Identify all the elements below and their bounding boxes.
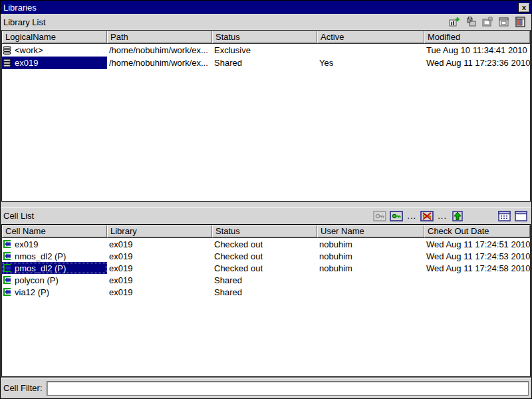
cell-row-name-cell[interactable]: ex019 [2,238,107,250]
checkin-button[interactable] [451,210,464,222]
library-row-name: ex019 [13,58,39,68]
cell-row-library: ex019 [107,287,212,297]
open-library-icon [498,17,510,27]
column-header-active[interactable]: Active [317,31,424,43]
cell-icon [3,275,12,285]
cell-table-body: ex019ex019Checked outnobuhimWed Aug 11 1… [2,238,530,298]
cell-filter-input[interactable] [47,381,529,396]
column-header-modified[interactable]: Modified [424,31,530,43]
library-row-modified: Wed Aug 11 17:23:36 2010 [424,58,530,68]
close-icon: x [522,3,526,11]
column-header-path[interactable]: Path [107,31,212,43]
cell-more-options-button[interactable]: ... [406,211,417,221]
library-row[interactable]: <work>/home/nobuhim/work/ex...ExclusiveT… [2,44,530,57]
close-button[interactable]: x [518,3,530,13]
library-table: LogicalName Path Status Active Modified … [1,30,531,201]
cell-filter-label: Cell Filter: [3,383,43,393]
cell-row-user-name: nobuhim [317,251,424,261]
cell-row[interactable]: via12 (P)ex019Shared [2,286,530,298]
details-view-button[interactable] [497,210,511,222]
cell-row-status: Checked out [212,251,317,261]
cell-row-library: ex019 [107,275,212,285]
libraries-window: Libraries x Library List LogicalName Pat… [0,0,532,399]
new-library-button[interactable] [448,16,461,28]
edit-library-icon [481,17,493,27]
cell-row-library: ex019 [107,251,212,261]
cell-row-name-cell[interactable]: polycon (P) [2,274,107,286]
cell-row-checkout-date: Wed Aug 11 17:24:51 2010 [424,239,530,249]
library-row[interactable]: ex019/home/nobuhim/work/ex...SharedYesWe… [2,57,530,69]
library-properties-button[interactable] [514,16,527,28]
column-header-checkout-date[interactable]: Check Out Date [424,225,530,237]
cell-toolbar: ...... [373,210,527,222]
cell-row-user-name: nobuhim [317,263,424,273]
cell-row-checkout-date: Wed Aug 11 17:24:53 2010 [424,251,530,261]
column-header-logicalname[interactable]: LogicalName [2,31,107,43]
cell-row-user-name: nobuhim [317,239,424,249]
cell-row-name-cell[interactable]: pmos_dl2 (P) [2,262,107,274]
library-icon [3,46,12,55]
column-header-user-name[interactable]: User Name [317,225,424,237]
window-view-button[interactable] [514,210,527,222]
cell-row-name: ex019 [13,239,39,249]
attach-library-button[interactable] [464,16,477,28]
open-library-button[interactable] [497,16,511,28]
window-view-icon [515,211,527,221]
cell-row-name: nmos_dl2 (P) [13,251,67,261]
cancel-checkout-button[interactable] [420,210,434,222]
cell-row-status: Checked out [212,239,317,249]
cell-row-status: Shared [212,275,317,285]
cancel-checkout-icon [420,211,434,221]
cell-icon [3,251,12,261]
checkout-disabled-icon [373,211,386,221]
library-row-name: <work> [13,45,45,55]
titlebar[interactable]: Libraries x [1,1,531,14]
cell-icon [3,287,12,297]
cell-row[interactable]: ex019ex019Checked outnobuhimWed Aug 11 1… [2,238,530,250]
edit-library-button[interactable] [481,16,494,28]
cell-row-name-cell[interactable]: via12 (P) [2,286,107,298]
details-view-icon [498,211,511,221]
attach-library-icon [465,17,477,27]
cell-row-library: ex019 [107,263,212,273]
checkout-button[interactable] [390,210,403,222]
panel-splitter[interactable] [1,201,531,207]
library-table-header: LogicalName Path Status Active Modified [2,31,530,44]
checkout-disabled-button [373,210,386,222]
cell-row[interactable]: pmos_dl2 (P)ex019Checked outnobuhimWed A… [2,262,530,274]
library-list-label: Library List [3,17,448,27]
library-row-path: /home/nobuhim/work/ex... [107,58,212,68]
library-row-name-cell[interactable]: <work> [2,44,107,57]
cell-row[interactable]: nmos_dl2 (P)ex019Checked outnobuhimWed A… [2,250,530,262]
cell-row-status: Checked out [212,263,317,273]
cell-row-library: ex019 [107,239,212,249]
cell-icon [3,263,12,273]
column-header-cell-name[interactable]: Cell Name [2,225,107,237]
library-properties-icon [515,17,527,27]
library-toolbar [448,16,527,28]
cell-row-name-cell[interactable]: nmos_dl2 (P) [2,250,107,262]
cell-list-label: Cell List [3,211,373,221]
cell-table-header: Cell Name Library Status User Name Check… [2,225,530,238]
cell-row-name: via12 (P) [13,287,51,297]
cell-more-options-button[interactable]: ... [437,211,448,221]
library-icon [3,59,12,68]
column-header-status[interactable]: Status [212,31,317,43]
library-row-name-cell[interactable]: ex019 [2,57,107,69]
checkout-icon [390,211,403,221]
cell-row-name: polycon (P) [13,275,60,285]
library-row-status: Shared [212,58,317,68]
cell-table: Cell Name Library Status User Name Check… [1,224,531,377]
column-header-library[interactable]: Library [107,225,212,237]
column-header-cell-status[interactable]: Status [212,225,317,237]
library-row-active: Yes [317,58,424,68]
checkin-icon [451,211,464,221]
library-row-modified: Tue Aug 10 11:34:41 2010 [424,45,530,55]
cell-icon [3,239,12,249]
cell-row-checkout-date: Wed Aug 11 17:24:58 2010 [424,263,530,273]
cell-row-status: Shared [212,287,317,297]
cell-row[interactable]: polycon (P)ex019Shared [2,274,530,286]
cell-row-name: pmos_dl2 (P) [13,263,67,273]
library-row-path: /home/nobuhim/work/ex... [107,45,212,55]
library-table-body: <work>/home/nobuhim/work/ex...ExclusiveT… [2,44,530,69]
